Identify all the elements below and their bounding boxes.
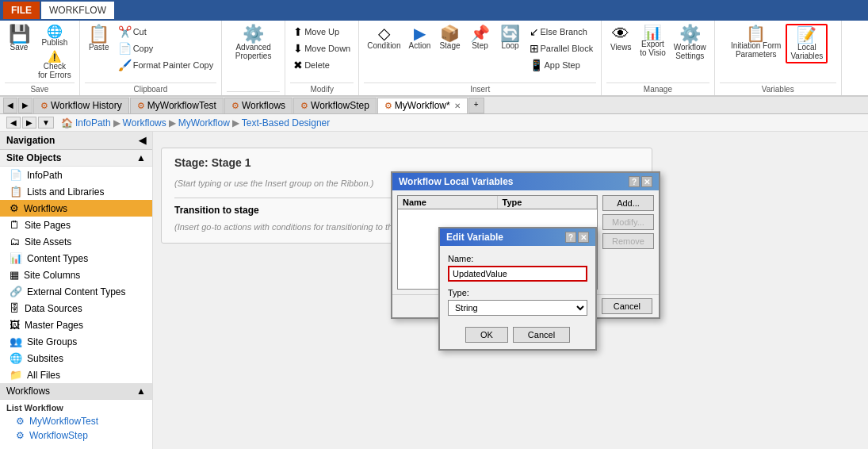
check-errors-button[interactable]: ⚠️ Check for Errors [35,49,75,81]
breadcrumb-infopath[interactable]: InfoPath [75,117,111,129]
move-up-label: Move Up [304,27,339,36]
action-button[interactable]: ▶ Action [406,24,434,52]
dlg-ev-ok-button[interactable]: OK [465,327,508,343]
breadcrumb-fwd[interactable]: ▶ [22,117,36,129]
all-files-label: All Files [27,370,60,381]
publish-label: Publish [41,38,67,47]
breadcrumb: ◀ ▶ ▼ 🏠 InfoPath ▶ Workflows ▶ MyWorkflo… [0,114,868,132]
dlg-add-button[interactable]: Add... [602,195,654,211]
stage-label: Stage [439,41,460,50]
ribbon-group-insert: ◇ Condition ▶ Action 📦 Stage 📌 Step 🔄 [359,21,602,95]
wf-myworkflowtest-icon: ⚙ [16,416,25,427]
dlg-ev-cancel-button[interactable]: Cancel [513,327,570,343]
initiation-form-params-button[interactable]: 📋 Initiation Form Parameters [728,24,784,60]
doc-tab-workflowstep[interactable]: ⚙ WorkflowStep [293,98,377,113]
sidebar-item-data-sources[interactable]: 🗄 Data Sources [0,300,152,317]
workflow-settings-button[interactable]: ⚙️ Workflow Settings [671,24,709,62]
loop-button[interactable]: 🔄 Loop [496,24,525,52]
sidebar-workflows-header[interactable]: Workflows ▲ [0,383,152,399]
file-tab[interactable]: FILE [3,2,40,19]
delete-button[interactable]: ✖ Delete [290,57,354,73]
dlg-ev-name-input[interactable] [448,266,587,282]
breadcrumb-back[interactable]: ◀ [6,117,21,129]
sidebar-wf-workflowstep[interactable]: ⚙ WorkflowStep [0,428,152,443]
stage-button[interactable]: 📦 Stage [436,24,465,52]
dlg-modify-button[interactable]: Modify... [602,214,654,230]
breadcrumb-workflows[interactable]: Workflows [123,117,166,129]
wf-workflowstep-icon: ⚙ [16,430,25,441]
sidebar-item-workflows[interactable]: ⚙ Workflows [0,200,152,217]
sidebar-item-site-columns[interactable]: ▦ Site Columns [0,267,152,283]
dlg-wlv-cancel-button[interactable]: Cancel [602,298,652,314]
sidebar-item-site-groups[interactable]: 👥 Site Groups [0,333,152,350]
app-step-button[interactable]: 📱 App Step [526,57,597,73]
doc-tab-new[interactable]: + [468,98,484,113]
publish-button[interactable]: 🌐 Publish [35,24,75,48]
views-button[interactable]: 👁 Views [606,24,635,53]
export-visio-button[interactable]: 📊 Export to Visio [637,24,669,59]
condition-button[interactable]: ◇ Condition [364,24,403,52]
format-painter-button[interactable]: 🖌️ Format Painter Copy [115,57,216,73]
wf-workflowstep-label: WorkflowStep [29,430,88,441]
parallel-block-button[interactable]: ⊞ Parallel Block [526,40,597,56]
doc-tab-workflows[interactable]: ⚙ Workflows [224,98,293,113]
workflows-section-label: Workflows [6,386,50,397]
cut-button[interactable]: ✂️ Cut [115,24,216,40]
site-assets-label: Site Assets [25,236,71,248]
step-button[interactable]: 📌 Step [466,24,495,52]
doc-tab-nav-back[interactable]: ◀ [3,98,17,113]
doc-tab-nav-fwd[interactable]: ▶ [18,98,33,113]
ribbon-group-properties: ⚙️ Advanced Properties [222,21,285,95]
site-assets-icon: 🗂 [10,236,20,248]
doc-tab-myworkflowtest[interactable]: ⚙ MyWorkflowTest [130,98,224,113]
sidebar-item-content-types[interactable]: 📊 Content Types [0,250,152,267]
workflows-tab-icon: ⚙ [231,101,239,111]
breadcrumb-myworkflow[interactable]: MyWorkflow [178,117,230,129]
else-branch-button[interactable]: ↙ Else Branch [526,24,597,40]
sidebar-item-lists-libraries[interactable]: 📋 Lists and Libraries [0,183,152,200]
dlg-wlv-close-button[interactable]: ✕ [641,176,652,187]
infopath-label: InfoPath [27,170,63,181]
move-down-button[interactable]: ⬇ Move Down [290,40,354,56]
myworkflow-tab-close[interactable]: ✕ [454,102,461,110]
sidebar-section-site-objects[interactable]: Site Objects ▲ [0,150,152,167]
content-types-label: Content Types [27,253,88,264]
site-objects-label: Site Objects [6,152,61,163]
doc-tab-myworkflow[interactable]: ⚙ MyWorkflow* ✕ [377,98,468,113]
save-button[interactable]: 💾 Save [5,24,33,53]
advanced-properties-button[interactable]: ⚙️ Advanced Properties [232,24,275,62]
local-variables-button[interactable]: 📝 Local Variables [786,24,828,63]
dlg-ev-type-select[interactable]: String Integer Boolean Date/Time Number … [448,300,587,316]
export-visio-icon: 📊 [644,25,661,40]
dlg-ev-help-button[interactable]: ? [565,232,576,243]
myworkflowtest-tab-label: MyWorkflowTest [147,100,216,111]
dlg-wlv-side-buttons: Add... Modify... Remove [602,195,654,290]
views-label: Views [610,43,632,52]
dlg-remove-button[interactable]: Remove [602,233,654,249]
dlg-edit-variable: Edit Variable ? ✕ Name: Type: String Int… [438,227,597,351]
sidebar-item-site-pages[interactable]: 🗒 Site Pages [0,217,152,233]
dlg-ev-titlebar[interactable]: Edit Variable ? ✕ [440,228,595,246]
else-branch-icon: ↙ [530,25,539,38]
dlg-ev-type-label: Type: [448,288,587,297]
dlg-ev-close-button[interactable]: ✕ [578,232,589,243]
sidebar-item-external-content-types[interactable]: 🔗 External Content Types [0,283,152,300]
doc-tab-workflow-history[interactable]: ⚙ Workflow History [33,98,129,113]
sidebar-item-master-pages[interactable]: 🖼 Master Pages [0,317,152,333]
breadcrumb-dropdown[interactable]: ▼ [38,117,54,129]
move-up-button[interactable]: ⬆ Move Up [290,24,354,40]
breadcrumb-text-based-designer[interactable]: Text-Based Designer [242,117,330,129]
sidebar-item-infopath[interactable]: 📄 InfoPath [0,167,152,183]
format-painter-label: Format Painter Copy [133,60,213,70]
sidebar-wf-myworkflowtest[interactable]: ⚙ MyWorkflowTest [0,414,152,428]
copy-button[interactable]: 📄 Copy [115,40,216,56]
sidebar-item-site-assets[interactable]: 🗂 Site Assets [0,233,152,250]
dlg-wlv-help-button[interactable]: ? [629,176,640,187]
paste-button[interactable]: 📋 Paste [85,24,113,53]
sidebar-item-subsites[interactable]: 🌐 Subsites [0,350,152,366]
sidebar-collapse-icon[interactable]: ◀ [139,135,146,146]
delete-icon: ✖ [293,59,303,71]
dlg-wlv-titlebar[interactable]: Workflow Local Variables ? ✕ [392,173,659,190]
workflow-tab[interactable]: WORKFLOW [41,2,114,19]
sidebar-item-all-files[interactable]: 📁 All Files [0,366,152,383]
